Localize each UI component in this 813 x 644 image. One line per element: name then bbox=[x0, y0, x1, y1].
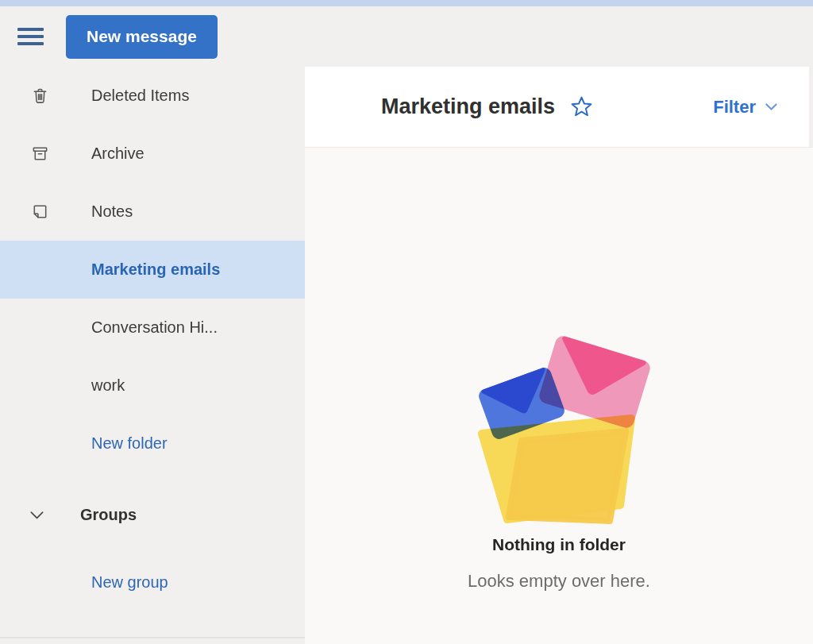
new-message-button[interactable]: New message bbox=[66, 15, 218, 59]
sidebar-item-label: New folder bbox=[91, 434, 168, 453]
scrollbar-gutter bbox=[809, 67, 813, 147]
chevron-down-icon[interactable] bbox=[28, 506, 80, 524]
empty-folder-illustration bbox=[468, 336, 650, 526]
sidebar-item-label: Archive bbox=[91, 145, 144, 163]
sidebar-item-work[interactable]: work bbox=[0, 357, 305, 415]
sidebar-section-groups[interactable]: Groups bbox=[0, 486, 305, 544]
sidebar-item-label: New group bbox=[91, 573, 168, 592]
hamburger-bar bbox=[17, 42, 44, 45]
empty-state-heading: Nothing in folder bbox=[492, 535, 626, 554]
window-top-strip bbox=[0, 0, 813, 6]
hamburger-menu-icon[interactable] bbox=[17, 28, 44, 45]
hamburger-bar bbox=[17, 35, 44, 38]
filter-button[interactable]: Filter bbox=[713, 97, 780, 118]
new-group-link[interactable]: New group bbox=[0, 553, 305, 611]
empty-folder-state: Nothing in folder Looks empty over here. bbox=[305, 148, 813, 644]
sidebar-item-label: Conversation Hi... bbox=[91, 318, 218, 337]
sidebar-section-label: Groups bbox=[80, 506, 137, 524]
message-list-pane: Marketing emails Filter bbox=[305, 67, 813, 644]
empty-state-subtext: Looks empty over here. bbox=[468, 571, 650, 592]
folder-sidebar: Deleted Items Archive Notes bbox=[0, 67, 305, 644]
sidebar-item-notes[interactable]: Notes bbox=[0, 183, 305, 241]
sidebar-section-divider bbox=[0, 637, 305, 638]
sidebar-item-marketing-emails[interactable]: Marketing emails bbox=[0, 241, 305, 299]
sidebar-item-conversation-history[interactable]: Conversation Hi... bbox=[0, 299, 305, 357]
sidebar-item-label: Marketing emails bbox=[91, 260, 220, 279]
sidebar-item-label: Notes bbox=[91, 202, 133, 221]
app-bar: New message bbox=[0, 6, 813, 67]
new-folder-link[interactable]: New folder bbox=[0, 415, 305, 472]
page-title: Marketing emails bbox=[381, 94, 555, 119]
trash-icon bbox=[31, 87, 91, 105]
favorite-star-icon[interactable] bbox=[569, 94, 594, 119]
hamburger-bar bbox=[17, 28, 44, 31]
folder-header: Marketing emails Filter bbox=[305, 67, 813, 148]
chevron-down-icon bbox=[763, 98, 780, 115]
sidebar-item-label: Deleted Items bbox=[91, 87, 189, 105]
archive-icon bbox=[31, 145, 91, 163]
sidebar-item-label: work bbox=[91, 376, 125, 395]
note-icon bbox=[31, 202, 91, 221]
filter-label: Filter bbox=[713, 97, 756, 118]
sidebar-item-archive[interactable]: Archive bbox=[0, 125, 305, 183]
sidebar-item-deleted-items[interactable]: Deleted Items bbox=[0, 67, 305, 125]
